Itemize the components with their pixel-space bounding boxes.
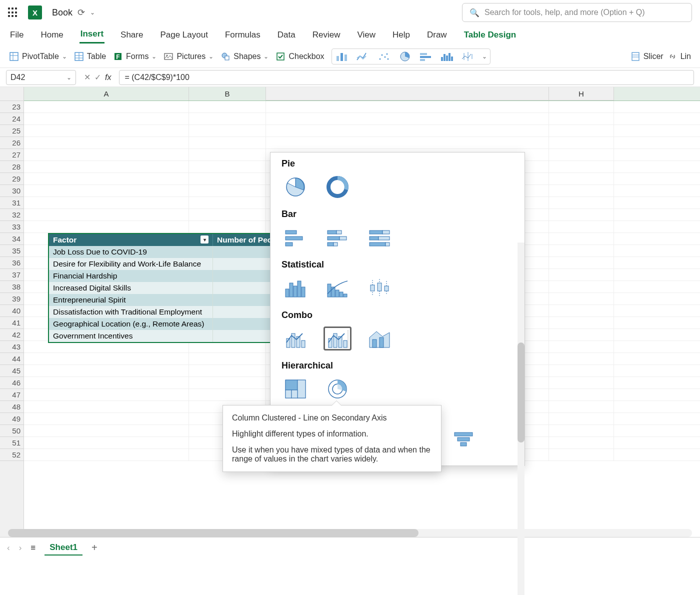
line-chart-icon[interactable] (356, 51, 370, 62)
chevron-down-icon[interactable]: ⌄ (264, 53, 268, 60)
name-box[interactable]: D42 ⌄ (6, 70, 76, 85)
accept-formula-icon[interactable]: ✓ (94, 72, 101, 82)
prev-sheet-icon[interactable]: ‹ (7, 543, 10, 553)
checkbox-button[interactable]: Checkbox (276, 52, 324, 62)
slicer-button[interactable]: Slicer (630, 52, 664, 62)
table-row[interactable]: Desire for Flexibility and Work-Life Bal… (49, 258, 289, 270)
horizontal-scrollbar[interactable] (8, 529, 692, 537)
app-launcher-icon[interactable] (8, 8, 18, 18)
table-row[interactable]: Job Loss Due to COVID-19100 (49, 246, 289, 258)
row-header[interactable]: 49 (0, 413, 24, 425)
tab-insert[interactable]: Insert (80, 26, 104, 44)
histogram-option[interactable] (282, 276, 310, 300)
col-header-h[interactable]: H (549, 87, 614, 100)
data-table[interactable]: Factor▾ Number of People Job Loss Due to… (48, 233, 290, 343)
column-chart-icon[interactable] (335, 51, 349, 62)
funnel-option[interactable] (450, 428, 478, 452)
stacked-bar-option[interactable] (324, 226, 352, 250)
row-header[interactable]: 29 (0, 173, 24, 185)
next-sheet-icon[interactable]: › (19, 543, 22, 553)
row-header[interactable]: 31 (0, 197, 24, 209)
table-row[interactable]: Financial Hardship60 (49, 270, 289, 282)
row-header[interactable]: 48 (0, 401, 24, 413)
tab-share[interactable]: Share (120, 27, 144, 43)
row-header[interactable]: 52 (0, 449, 24, 461)
clustered-column-line-option[interactable] (282, 326, 310, 350)
doughnut-chart-option[interactable] (324, 175, 352, 199)
row-header[interactable]: 36 (0, 257, 24, 269)
bar-chart-icon[interactable] (419, 51, 433, 62)
row-header[interactable]: 45 (0, 365, 24, 377)
row-header[interactable]: 51 (0, 437, 24, 449)
box-whisker-option[interactable] (366, 276, 394, 300)
table-row[interactable]: Entrepreneurial Spirit40 (49, 294, 289, 306)
row-header[interactable]: 42 (0, 329, 24, 341)
pivot-table-button[interactable]: PivotTable ⌄ (9, 52, 67, 62)
chevron-down-icon[interactable]: ⌄ (62, 53, 67, 60)
row-header[interactable]: 43 (0, 341, 24, 353)
col-header-a[interactable]: A (24, 87, 189, 100)
treemap-option[interactable] (282, 377, 310, 401)
table-row[interactable]: Geographical Location (e.g., Remote Area… (49, 318, 289, 330)
stacked-area-column-option[interactable] (366, 326, 394, 350)
document-name[interactable]: Book ⟳ ⌄ (52, 7, 95, 18)
row-header[interactable]: 26 (0, 137, 24, 149)
row-header[interactable]: 50 (0, 425, 24, 437)
histogram-chart-icon[interactable] (440, 51, 454, 62)
tab-draw[interactable]: Draw (426, 27, 448, 43)
100-stacked-bar-option[interactable] (366, 226, 394, 250)
tab-file[interactable]: File (9, 27, 24, 43)
row-header[interactable]: 28 (0, 161, 24, 173)
pareto-option[interactable] (324, 276, 352, 300)
clustered-bar-option[interactable] (282, 226, 310, 250)
filter-dropdown-icon[interactable]: ▾ (200, 236, 208, 244)
row-header[interactable]: 23 (0, 101, 24, 113)
chevron-down-icon[interactable]: ⌄ (208, 53, 214, 60)
table-row[interactable]: Increased Digital Skills55 (49, 282, 289, 294)
tab-view[interactable]: View (356, 27, 376, 43)
pictures-button[interactable]: Pictures ⌄ (164, 52, 214, 62)
row-header[interactable]: 35 (0, 245, 24, 257)
scatter-chart-icon[interactable] (377, 51, 391, 62)
row-header[interactable]: 32 (0, 209, 24, 221)
row-header[interactable]: 39 (0, 293, 24, 305)
tab-formulas[interactable]: Formulas (224, 27, 262, 43)
tab-table-design[interactable]: Table Design (463, 27, 518, 43)
chevron-down-icon[interactable]: ⌄ (152, 53, 156, 60)
pie-chart-option[interactable] (282, 175, 310, 199)
select-all-corner[interactable] (0, 87, 24, 101)
row-header[interactable]: 25 (0, 125, 24, 137)
stock-chart-icon[interactable] (461, 51, 475, 62)
row-header[interactable]: 30 (0, 185, 24, 197)
row-header[interactable]: 37 (0, 269, 24, 281)
chevron-down-icon[interactable]: ⌄ (66, 74, 72, 81)
cancel-formula-icon[interactable]: ✕ (84, 72, 90, 82)
all-sheets-icon[interactable]: ≡ (30, 543, 36, 553)
row-header[interactable]: 34 (0, 233, 24, 245)
col-header-b[interactable]: B (189, 87, 266, 100)
tab-home[interactable]: Home (40, 27, 64, 43)
fx-icon[interactable]: fx (105, 73, 111, 82)
formula-input[interactable]: = (C42/$C$9)*100 (119, 70, 694, 85)
row-header[interactable]: 27 (0, 149, 24, 161)
sunburst-option[interactable] (324, 377, 352, 401)
sheet-tab-sheet1[interactable]: Sheet1 (44, 540, 82, 556)
row-header[interactable]: 33 (0, 221, 24, 233)
tab-data[interactable]: Data (276, 27, 296, 43)
refresh-icon[interactable]: ⟳ (78, 7, 85, 18)
add-sheet-icon[interactable]: + (92, 542, 98, 554)
row-header[interactable]: 40 (0, 305, 24, 317)
tab-page-layout[interactable]: Page Layout (159, 27, 208, 43)
table-row[interactable]: Government Incentives (49, 330, 289, 342)
tab-help[interactable]: Help (392, 27, 411, 43)
table-button[interactable]: Table (74, 52, 106, 62)
row-header[interactable]: 46 (0, 377, 24, 389)
row-header[interactable]: 44 (0, 353, 24, 365)
forms-button[interactable]: F Forms ⌄ (113, 52, 156, 62)
chevron-down-icon[interactable]: ⌄ (482, 53, 487, 60)
search-input[interactable]: 🔍 Search for tools, help, and more (Opti… (462, 3, 692, 22)
pie-chart-icon[interactable] (398, 51, 412, 62)
shapes-button[interactable]: Shapes ⌄ (220, 52, 268, 62)
row-header[interactable]: 47 (0, 389, 24, 401)
gallery-scrollbar[interactable] (518, 242, 524, 595)
